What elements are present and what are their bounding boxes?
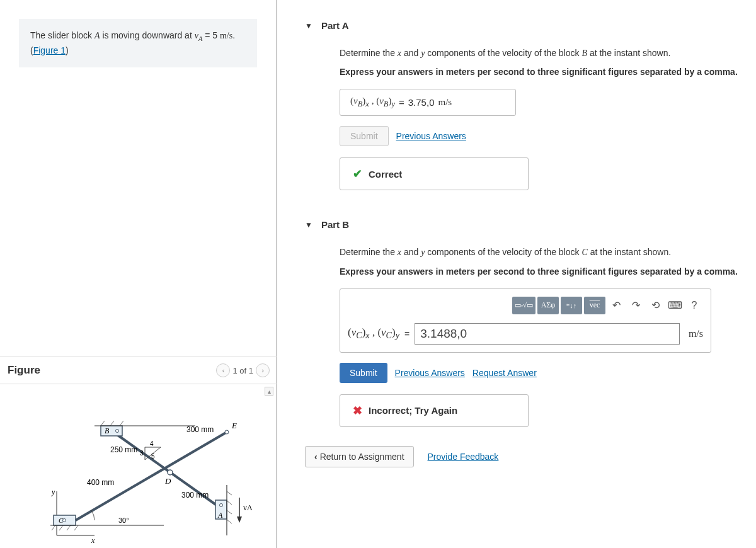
part-a-unit: m/s bbox=[438, 97, 452, 108]
part-b-request-answer-link[interactable]: Request Answer bbox=[472, 368, 537, 378]
return-to-assignment-button[interactable]: ‹Return to Assignment bbox=[305, 446, 414, 467]
svg-point-20 bbox=[220, 504, 223, 507]
tri-3: 3 bbox=[140, 450, 144, 457]
dim-250: 250 mm bbox=[110, 445, 137, 454]
part-b-title: Part B bbox=[321, 219, 349, 230]
problem-text-pre: The slider block bbox=[30, 30, 94, 40]
vec-tool-button[interactable]: vec bbox=[584, 297, 605, 314]
part-b-previous-answers-link[interactable]: Previous Answers bbox=[395, 368, 465, 378]
part-a-previous-answers-link[interactable]: Previous Answers bbox=[396, 131, 466, 141]
part-a-answer-display: (vB)x , (vB)y = 3.75,0 m/s bbox=[340, 89, 516, 116]
problem-unit: m/s bbox=[220, 31, 232, 40]
part-a-lhs: (vB)x , (vB)y bbox=[350, 96, 395, 109]
label-E: E bbox=[231, 421, 237, 430]
problem-post: . bbox=[232, 30, 235, 40]
redo-icon[interactable]: ↷ bbox=[627, 297, 644, 314]
part-b-answer-editor: ▭▫√▭ ΑΣφ *↓↑ vec ↶ ↷ ⟲ ⌨ ? (vC)x , (vC)y… bbox=[340, 288, 711, 353]
part-b-lhs: (vC)x , (vC)y bbox=[348, 326, 399, 341]
part-a-title: Part A bbox=[321, 20, 349, 31]
problem-eq: = 5 bbox=[202, 30, 220, 40]
svg-point-11 bbox=[168, 470, 173, 475]
part-a-body: Determine the x and y components of the … bbox=[305, 46, 741, 197]
figure-link[interactable]: Figure 1 bbox=[33, 45, 66, 55]
label-D: D bbox=[164, 476, 171, 486]
reset-icon[interactable]: ⟲ bbox=[646, 297, 664, 314]
svg-line-23 bbox=[227, 501, 232, 505]
svg-line-7 bbox=[67, 525, 71, 530]
svg-line-17 bbox=[120, 421, 123, 426]
scroll-up-icon[interactable]: ▴ bbox=[265, 387, 273, 396]
problem-text-mid: is moving downward at bbox=[100, 30, 195, 40]
caret-down-icon: ▼ bbox=[305, 21, 312, 30]
part-b-body: Determine the x and y components of the … bbox=[305, 245, 741, 433]
angle-30: 30° bbox=[118, 517, 129, 524]
keyboard-icon[interactable]: ⌨ bbox=[666, 297, 684, 314]
checkmark-icon: ✔ bbox=[353, 167, 362, 181]
figure-panel: Figure ‹ 1 of 1 › ▴ y x C bbox=[0, 357, 277, 548]
part-a-submit-button: Submit bbox=[340, 126, 389, 146]
problem-statement-box: The slider block A is moving downward at… bbox=[19, 19, 257, 67]
dim-300b: 300 mm bbox=[181, 491, 209, 499]
svg-line-25 bbox=[227, 520, 232, 523]
svg-line-15 bbox=[101, 421, 105, 426]
part-b-instruction: Determine the x and y components of the … bbox=[340, 245, 741, 260]
part-a-format-hint: Express your answers in meters per secon… bbox=[340, 66, 741, 79]
figure-nav: ‹ 1 of 1 › bbox=[216, 363, 270, 377]
label-B: B bbox=[105, 426, 110, 435]
part-b-unit: m/s bbox=[685, 328, 703, 340]
part-a-correct-label: Correct bbox=[369, 169, 402, 180]
right-pane: ▼ Part A Determine the x and y component… bbox=[290, 0, 756, 480]
chevron-left-icon: ‹ bbox=[314, 452, 318, 462]
part-b-feedback: ✖ Incorrect; Try Again bbox=[340, 394, 529, 427]
part-b-incorrect-label: Incorrect; Try Again bbox=[369, 405, 457, 416]
svg-line-22 bbox=[227, 491, 232, 495]
tri-4: 4 bbox=[150, 440, 154, 447]
figure-header: Figure ‹ 1 of 1 › bbox=[0, 357, 277, 384]
part-a-equals: = bbox=[399, 97, 404, 108]
figure-counter: 1 of 1 bbox=[232, 366, 253, 375]
svg-line-8 bbox=[74, 525, 78, 530]
footer-row: ‹Return to Assignment Provide Feedback bbox=[305, 437, 741, 467]
templates-tool-button[interactable]: ▭▫√▭ bbox=[512, 297, 536, 314]
var-A: A bbox=[94, 31, 100, 40]
figure-body: ▴ y x C bbox=[0, 384, 277, 548]
help-icon[interactable]: ? bbox=[685, 297, 703, 314]
dim-400: 400 mm bbox=[87, 478, 114, 487]
svg-line-5 bbox=[52, 525, 55, 530]
undo-icon[interactable]: ↶ bbox=[607, 297, 625, 314]
dim-300a: 300 mm bbox=[186, 425, 214, 434]
part-a-value: 3.75,0 bbox=[408, 97, 435, 108]
part-a-feedback: ✔ Correct bbox=[340, 157, 529, 190]
figure-title: Figure bbox=[8, 364, 40, 377]
part-b-submit-button[interactable]: Submit bbox=[340, 363, 387, 383]
part-b-format-hint: Express your answers in meters per secon… bbox=[340, 265, 741, 278]
svg-line-24 bbox=[227, 510, 232, 514]
svg-marker-27 bbox=[237, 517, 242, 523]
axis-y-label: y bbox=[51, 488, 55, 496]
svg-point-3 bbox=[63, 519, 66, 522]
caret-down-icon: ▼ bbox=[305, 220, 312, 229]
subscript-tool-button[interactable]: *↓↑ bbox=[561, 297, 582, 314]
tri-5: 5 bbox=[151, 453, 155, 460]
figure-prev-button[interactable]: ‹ bbox=[216, 363, 230, 377]
svg-line-6 bbox=[59, 525, 63, 530]
label-vA: vA bbox=[243, 503, 252, 512]
greek-tool-button[interactable]: ΑΣφ bbox=[537, 297, 559, 314]
svg-point-18 bbox=[225, 430, 229, 434]
part-a-instruction: Determine the x and y components of the … bbox=[340, 46, 741, 60]
figref-post: ) bbox=[66, 45, 69, 55]
mechanism-diagram: y x C D B bbox=[38, 409, 252, 548]
left-pane: The slider block A is moving downward at… bbox=[0, 0, 277, 548]
svg-point-13 bbox=[116, 430, 119, 433]
editor-toolbar: ▭▫√▭ ΑΣφ *↓↑ vec ↶ ↷ ⟲ ⌨ ? bbox=[348, 297, 703, 314]
figure-next-button[interactable]: › bbox=[256, 363, 270, 377]
part-b-header[interactable]: ▼ Part B bbox=[305, 212, 741, 237]
provide-feedback-link[interactable]: Provide Feedback bbox=[428, 452, 499, 462]
axis-x-label: x bbox=[91, 536, 95, 545]
part-b-answer-input[interactable] bbox=[415, 323, 680, 345]
part-b-equals: = bbox=[404, 329, 410, 339]
x-icon: ✖ bbox=[353, 404, 362, 418]
part-a-header[interactable]: ▼ Part A bbox=[305, 13, 741, 38]
label-A: A bbox=[217, 511, 223, 520]
svg-line-16 bbox=[110, 421, 114, 426]
